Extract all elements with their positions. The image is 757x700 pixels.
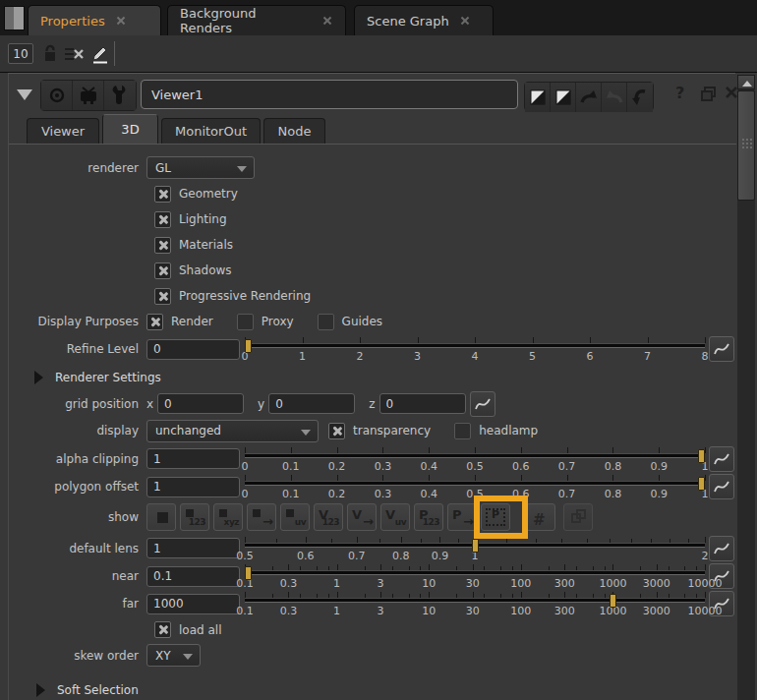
geometry-checkbox[interactable] — [154, 186, 171, 203]
square-icon — [186, 509, 194, 517]
lock-icon[interactable] — [41, 43, 59, 66]
progressive-rendering-checkbox[interactable] — [154, 288, 171, 305]
near-slider[interactable]: 0.10.31310301003001000300010000 — [245, 561, 705, 591]
panel-tab-viewer[interactable]: Viewer — [27, 118, 99, 144]
row-renderer-settings[interactable]: Renderer Settings — [9, 364, 734, 390]
slider-track[interactable] — [245, 343, 705, 348]
workspace-tab-properties[interactable]: Properties — [28, 5, 161, 35]
show-points-button[interactable] — [146, 503, 176, 531]
show-points-uv-button[interactable]: uv — [280, 503, 310, 531]
skew-order-dropdown[interactable]: XY — [146, 644, 201, 667]
slider-track[interactable] — [245, 598, 705, 603]
default-lens-anim-button[interactable] — [709, 536, 734, 561]
show-polygons-arrow-button[interactable]: P→ — [447, 503, 477, 531]
revert-icon[interactable] — [627, 83, 653, 112]
grid-x-label: x — [146, 397, 153, 411]
slider-handle[interactable] — [698, 449, 705, 463]
grid-position-anim-button[interactable] — [470, 391, 495, 417]
slider-track[interactable] — [245, 453, 705, 458]
panel-tab-node[interactable]: Node — [263, 118, 325, 144]
row-soft-selection[interactable]: Soft Selection — [9, 678, 734, 700]
load-all-checkbox[interactable] — [154, 621, 171, 638]
lighting-checkbox[interactable] — [154, 211, 171, 228]
near-input[interactable] — [146, 566, 240, 587]
slider-handle[interactable] — [245, 339, 252, 353]
center-viewer-icon[interactable] — [41, 81, 73, 110]
refine-level-anim-button[interactable] — [709, 336, 734, 362]
scrollbar-track[interactable] — [737, 75, 755, 700]
default-lens-input[interactable] — [146, 538, 240, 558]
wrench-icon[interactable] — [104, 81, 136, 110]
slider-handle[interactable] — [472, 539, 479, 553]
slider-minor-tick — [640, 594, 641, 598]
headlamp-checkbox[interactable] — [454, 423, 471, 439]
grid-x-input[interactable] — [157, 393, 244, 414]
close-all-panels-icon[interactable] — [65, 47, 85, 64]
tab-close-icon[interactable] — [321, 15, 333, 27]
alpha-clipping-anim-button[interactable] — [709, 446, 734, 472]
scrollbar-thumb[interactable] — [737, 90, 755, 201]
undo-icon[interactable] — [576, 83, 602, 112]
tab-close-icon[interactable] — [115, 15, 127, 27]
help-icon[interactable]: ? — [675, 84, 684, 102]
close-icon[interactable] — [725, 86, 738, 102]
slider-track[interactable] — [245, 481, 705, 486]
show-points-xyz-button[interactable]: xyz — [213, 503, 243, 531]
slider-tick-label: 1 — [333, 605, 340, 617]
scroll-up-button[interactable] — [737, 75, 755, 89]
show-overlap-button[interactable] — [563, 503, 593, 531]
swap-a-icon[interactable] — [525, 83, 551, 112]
slider-tick — [521, 475, 522, 481]
max-panels-input[interactable] — [8, 43, 33, 64]
far-slider[interactable]: 0.10.31310301003001000300010000 — [245, 589, 705, 618]
alpha-clipping-slider[interactable]: 00.10.20.30.40.50.60.70.80.91 — [245, 444, 705, 474]
show-polygons-123-button[interactable]: P123 — [414, 503, 443, 531]
slider-handle[interactable] — [698, 477, 705, 491]
show-vertices-123-button[interactable]: V123 — [314, 503, 343, 531]
transparency-checkbox[interactable] — [328, 423, 345, 439]
materials-checkbox[interactable] — [154, 237, 171, 254]
swap-b-icon[interactable] — [551, 83, 576, 112]
show-points-arrow-button[interactable]: → — [247, 503, 276, 531]
show-points-123-button[interactable]: 123 — [180, 503, 209, 531]
group-collapsed-icon[interactable] — [36, 683, 45, 697]
polygon-offset-input[interactable] — [146, 477, 240, 497]
workspace-tab-scene-graph[interactable]: Scene Graph — [354, 5, 494, 35]
slider-tick-label: 0.8 — [605, 460, 622, 473]
far-input[interactable] — [146, 594, 240, 614]
edit-icon[interactable] — [90, 44, 108, 67]
monitor-icon[interactable] — [73, 81, 104, 110]
panel-tab-3d[interactable]: 3D — [102, 114, 158, 144]
slider-handle[interactable] — [610, 594, 616, 608]
render-checkbox[interactable] — [146, 314, 163, 330]
guides-checkbox[interactable] — [318, 314, 334, 330]
float-icon[interactable] — [701, 87, 717, 104]
refine-level-slider[interactable]: 012345678 — [245, 334, 705, 364]
subscript-label: uv — [295, 517, 306, 527]
tab-close-icon[interactable] — [459, 15, 471, 27]
workspace-tab-background-renders[interactable]: Background Renders — [167, 5, 346, 35]
show-vertices-arrow-button[interactable]: V→ — [347, 503, 377, 531]
pane-menu-icon[interactable] — [4, 6, 25, 30]
show-wireframe-button[interactable]: # — [526, 503, 555, 531]
polygon-offset-anim-button[interactable] — [709, 474, 734, 499]
grid-z-input[interactable] — [379, 393, 466, 414]
collapse-triangle[interactable] — [17, 89, 32, 100]
refine-level-input[interactable] — [146, 339, 240, 360]
slider-track[interactable] — [245, 570, 705, 575]
alpha-clipping-input[interactable] — [146, 448, 240, 469]
panel-tab-monitorout[interactable]: MonitorOut — [161, 118, 261, 144]
show-vertices-uv-button[interactable]: Vuv — [380, 503, 410, 531]
display-purpose-option: Guides — [318, 314, 383, 330]
refine-level-label: Refine Level — [9, 342, 146, 356]
slider-handle[interactable] — [245, 566, 252, 580]
shadows-checkbox[interactable] — [154, 262, 171, 279]
slider-tick — [439, 537, 440, 543]
grid-y-input[interactable] — [268, 393, 355, 414]
slider-minor-tick — [500, 594, 501, 598]
node-name-field[interactable] — [141, 80, 518, 109]
renderer-dropdown[interactable]: GL — [146, 156, 255, 179]
proxy-checkbox[interactable] — [237, 314, 254, 330]
group-collapsed-icon[interactable] — [34, 371, 43, 384]
display-dropdown[interactable]: unchanged — [146, 420, 319, 442]
